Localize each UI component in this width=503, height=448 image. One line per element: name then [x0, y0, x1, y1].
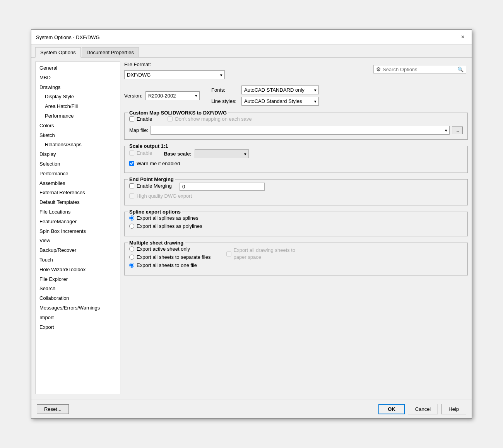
dialog-body: General MBD Drawings Display Style Area … [31, 58, 472, 398]
export-active-radio[interactable] [129, 246, 134, 251]
sidebar-item-export[interactable]: Export [36, 323, 120, 332]
sidebar-item-file-explorer[interactable]: File Explorer [36, 275, 120, 284]
sidebar-item-touch[interactable]: Touch [36, 255, 120, 265]
enable-custom-map-checkbox[interactable] [129, 116, 134, 121]
sidebar-item-spin-box[interactable]: Spin Box Increments [36, 227, 120, 236]
sidebar-item-performance-drawings[interactable]: Performance [36, 111, 120, 121]
export-separate-row: Export all sheets to separate files [129, 254, 211, 260]
end-point-group: End Point Merging Enable Merging High qu… [124, 179, 468, 205]
sidebar-item-external-references[interactable]: External References [36, 188, 120, 198]
line-styles-pair: Line styles: AutoCAD Standard Styles Cus… [211, 97, 319, 106]
export-polylines-radio[interactable] [129, 224, 134, 229]
file-format-wrapper: DXF/DWG [124, 70, 225, 79]
warn-scale-checkbox[interactable] [129, 161, 134, 166]
file-format-select[interactable]: DXF/DWG [124, 70, 225, 79]
spline-title: Spline export options [128, 209, 182, 215]
base-scale-pair: Base scale: [164, 149, 249, 158]
sidebar-item-file-locations[interactable]: File Locations [36, 207, 120, 217]
export-active-row: Export active sheet only [129, 246, 211, 252]
export-one-radio[interactable] [129, 263, 134, 268]
close-button[interactable]: × [459, 33, 467, 41]
export-splines-radio[interactable] [129, 215, 134, 221]
sidebar-item-area-hatch[interactable]: Area Hatch/Fill [36, 102, 120, 111]
map-file-label: Map file: [129, 127, 148, 133]
main-content: File Format: DXF/DWG Version: R2000-2002 [124, 62, 468, 394]
search-container: ⚙ 🔍 [373, 65, 466, 74]
enable-scale-row: Enable [129, 150, 152, 156]
fonts-label: Fonts: [211, 87, 238, 93]
sidebar-item-feature-manager[interactable]: FeatureManager [36, 217, 120, 227]
sidebar-item-performance[interactable]: Performance [36, 169, 120, 179]
base-scale-label: Base scale: [164, 151, 192, 157]
sidebar-item-sketch[interactable]: Sketch [36, 131, 120, 140]
cancel-button[interactable]: Cancel [408, 404, 438, 414]
export-splines-row: Export all splines as splines [129, 215, 463, 221]
sidebar-item-messages-errors[interactable]: Messages/Errors/Warnings [36, 303, 120, 313]
end-point-title: End Point Merging [128, 176, 175, 182]
export-one-row: Export all sheets to one file [129, 262, 211, 268]
dont-show-mapping-label: Don't show mapping on each save [175, 116, 252, 122]
sidebar-item-general[interactable]: General [36, 63, 120, 73]
sidebar: General MBD Drawings Display Style Area … [35, 62, 120, 394]
sidebar-item-selection[interactable]: Selection [36, 159, 120, 169]
sidebar-item-import[interactable]: Import [36, 313, 120, 323]
fonts-linestyles-col: Fonts: AutoCAD STANDARD only All fonts L… [211, 85, 319, 106]
enable-merging-row: Enable Merging [129, 183, 172, 189]
merging-value-input[interactable] [180, 183, 265, 191]
enable-scale-checkbox[interactable] [129, 150, 134, 156]
export-polylines-row: Export all splines as polylines [129, 223, 463, 229]
sidebar-item-view[interactable]: View [36, 236, 120, 246]
browse-button[interactable]: ... [452, 127, 463, 134]
sidebar-item-backup-recover[interactable]: Backup/Recover [36, 246, 120, 255]
scale-output-title: Scale output 1:1 [128, 143, 169, 149]
multi-sheet-title: Multiple sheet drawing [128, 240, 185, 246]
footer: Reset... OK Cancel Help [31, 400, 472, 418]
sidebar-item-search[interactable]: Search [36, 284, 120, 294]
enable-merging-checkbox[interactable] [129, 183, 134, 188]
sidebar-item-drawings[interactable]: Drawings [36, 83, 120, 92]
fonts-pair: Fonts: AutoCAD STANDARD only All fonts [211, 85, 319, 94]
sidebar-item-collaboration[interactable]: Collaboration [36, 294, 120, 303]
line-styles-select[interactable]: AutoCAD Standard Styles Custom Styles [241, 97, 319, 106]
sidebar-item-colors[interactable]: Colors [36, 121, 120, 131]
ok-button[interactable]: OK [378, 404, 405, 414]
export-all-paper-checkbox[interactable] [226, 251, 231, 256]
reset-button[interactable]: Reset... [37, 404, 69, 414]
spline-group: Spline export options Export all splines… [124, 212, 468, 236]
paper-space-col: Export all drawing sheets to paper space [226, 246, 303, 270]
tab-system-options[interactable]: System Options [35, 47, 81, 58]
export-separate-radio[interactable] [129, 255, 134, 260]
help-button[interactable]: Help [441, 404, 466, 414]
sidebar-item-mbd[interactable]: MBD [36, 73, 120, 83]
search-input[interactable] [383, 67, 457, 72]
tab-document-properties[interactable]: Document Properties [82, 47, 139, 57]
sidebar-item-hole-wizard[interactable]: Hole Wizard/Toolbox [36, 265, 120, 275]
enable-merging-label: Enable Merging [137, 183, 172, 189]
sidebar-item-display-style[interactable]: Display Style [36, 92, 120, 102]
sidebar-item-relations-snaps[interactable]: Relations/Snaps [36, 140, 120, 150]
high-quality-label: High quality DWG export [137, 193, 192, 199]
system-options-dialog: System Options - DXF/DWG × System Option… [31, 29, 472, 419]
base-scale-wrapper [195, 149, 249, 158]
export-polylines-label: Export all splines as polylines [137, 223, 202, 229]
scale-output-group: Scale output 1:1 Enable Base scale: [124, 146, 468, 173]
sidebar-item-display[interactable]: Display [36, 150, 120, 159]
line-styles-wrapper: AutoCAD Standard Styles Custom Styles [241, 97, 319, 106]
dont-show-mapping-checkbox[interactable] [168, 116, 173, 121]
version-select[interactable]: R2000-2002 R2004-2006 R2007-2009 [145, 91, 200, 100]
file-format-label: File Format: [124, 62, 155, 67]
version-wrapper: R2000-2002 R2004-2006 R2007-2009 [145, 91, 200, 100]
fonts-select[interactable]: AutoCAD STANDARD only All fonts [241, 85, 319, 94]
high-quality-checkbox[interactable] [129, 193, 134, 198]
multi-sheet-options: Export active sheet only Export all shee… [129, 246, 211, 270]
tab-bar: System Options Document Properties [31, 47, 472, 57]
sidebar-item-default-templates[interactable]: Default Templates [36, 198, 120, 207]
version-label: Version: [124, 93, 142, 99]
sidebar-item-assemblies[interactable]: Assemblies [36, 179, 120, 188]
enable-custom-map-row: Enable [129, 116, 152, 122]
custom-map-title: Custom Map SOLIDWORKS to DXF/DWG [128, 110, 228, 116]
map-file-select[interactable] [151, 126, 450, 135]
map-file-row: Map file: ... [129, 126, 463, 135]
base-scale-select[interactable] [195, 149, 249, 158]
footer-buttons: OK Cancel Help [378, 404, 466, 414]
